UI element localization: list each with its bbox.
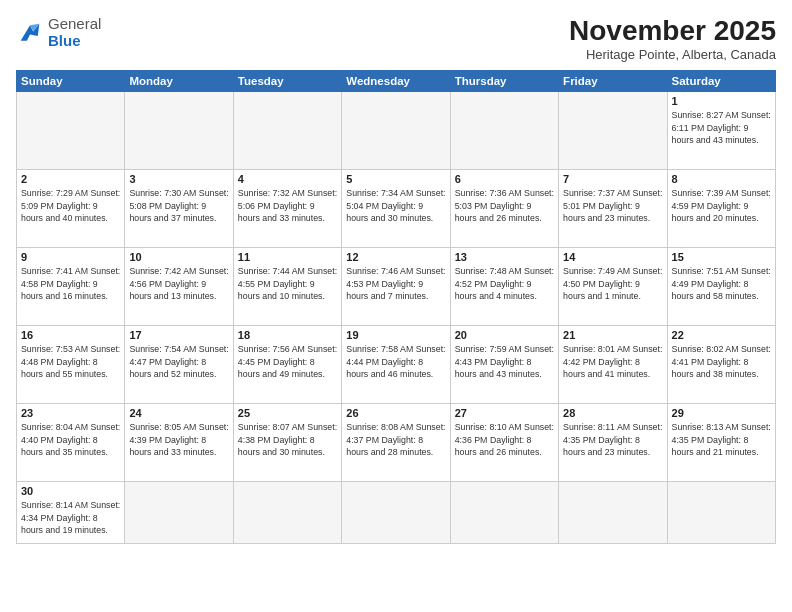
day-info: Sunrise: 7:41 AM Sunset: 4:58 PM Dayligh… <box>21 265 120 303</box>
day-info: Sunrise: 8:07 AM Sunset: 4:38 PM Dayligh… <box>238 421 337 459</box>
table-row: 24Sunrise: 8:05 AM Sunset: 4:39 PM Dayli… <box>125 403 233 481</box>
day-number: 28 <box>563 407 662 419</box>
day-info: Sunrise: 7:32 AM Sunset: 5:06 PM Dayligh… <box>238 187 337 225</box>
day-number: 9 <box>21 251 120 263</box>
table-row: 7Sunrise: 7:37 AM Sunset: 5:01 PM Daylig… <box>559 169 667 247</box>
day-number: 1 <box>672 95 771 107</box>
day-info: Sunrise: 7:58 AM Sunset: 4:44 PM Dayligh… <box>346 343 445 381</box>
day-number: 27 <box>455 407 554 419</box>
day-number: 13 <box>455 251 554 263</box>
col-sunday: Sunday <box>17 70 125 91</box>
table-row: 2Sunrise: 7:29 AM Sunset: 5:09 PM Daylig… <box>17 169 125 247</box>
table-row: 23Sunrise: 8:04 AM Sunset: 4:40 PM Dayli… <box>17 403 125 481</box>
day-info: Sunrise: 8:27 AM Sunset: 6:11 PM Dayligh… <box>672 109 771 147</box>
day-number: 19 <box>346 329 445 341</box>
day-info: Sunrise: 7:44 AM Sunset: 4:55 PM Dayligh… <box>238 265 337 303</box>
day-info: Sunrise: 7:39 AM Sunset: 4:59 PM Dayligh… <box>672 187 771 225</box>
day-info: Sunrise: 7:29 AM Sunset: 5:09 PM Dayligh… <box>21 187 120 225</box>
day-number: 16 <box>21 329 120 341</box>
table-row: 20Sunrise: 7:59 AM Sunset: 4:43 PM Dayli… <box>450 325 558 403</box>
col-tuesday: Tuesday <box>233 70 341 91</box>
logo-icon <box>16 19 44 47</box>
day-number: 21 <box>563 329 662 341</box>
day-number: 23 <box>21 407 120 419</box>
table-row <box>559 481 667 543</box>
table-row: 27Sunrise: 8:10 AM Sunset: 4:36 PM Dayli… <box>450 403 558 481</box>
title-block: November 2025 Heritage Pointe, Alberta, … <box>569 16 776 62</box>
logo: General Blue <box>16 16 101 49</box>
day-info: Sunrise: 7:37 AM Sunset: 5:01 PM Dayligh… <box>563 187 662 225</box>
day-info: Sunrise: 7:42 AM Sunset: 4:56 PM Dayligh… <box>129 265 228 303</box>
table-row: 13Sunrise: 7:48 AM Sunset: 4:52 PM Dayli… <box>450 247 558 325</box>
table-row: 21Sunrise: 8:01 AM Sunset: 4:42 PM Dayli… <box>559 325 667 403</box>
table-row <box>342 91 450 169</box>
day-info: Sunrise: 7:46 AM Sunset: 4:53 PM Dayligh… <box>346 265 445 303</box>
table-row: 11Sunrise: 7:44 AM Sunset: 4:55 PM Dayli… <box>233 247 341 325</box>
table-row <box>559 91 667 169</box>
col-friday: Friday <box>559 70 667 91</box>
day-number: 20 <box>455 329 554 341</box>
table-row: 29Sunrise: 8:13 AM Sunset: 4:35 PM Dayli… <box>667 403 775 481</box>
col-thursday: Thursday <box>450 70 558 91</box>
table-row: 8Sunrise: 7:39 AM Sunset: 4:59 PM Daylig… <box>667 169 775 247</box>
table-row <box>233 481 341 543</box>
table-row <box>233 91 341 169</box>
logo-text: General Blue <box>48 16 101 49</box>
day-info: Sunrise: 7:59 AM Sunset: 4:43 PM Dayligh… <box>455 343 554 381</box>
day-number: 6 <box>455 173 554 185</box>
table-row <box>125 481 233 543</box>
table-row: 26Sunrise: 8:08 AM Sunset: 4:37 PM Dayli… <box>342 403 450 481</box>
col-saturday: Saturday <box>667 70 775 91</box>
table-row: 10Sunrise: 7:42 AM Sunset: 4:56 PM Dayli… <box>125 247 233 325</box>
table-row <box>450 91 558 169</box>
day-number: 10 <box>129 251 228 263</box>
day-number: 7 <box>563 173 662 185</box>
table-row: 4Sunrise: 7:32 AM Sunset: 5:06 PM Daylig… <box>233 169 341 247</box>
day-number: 29 <box>672 407 771 419</box>
table-row: 16Sunrise: 7:53 AM Sunset: 4:48 PM Dayli… <box>17 325 125 403</box>
table-row: 18Sunrise: 7:56 AM Sunset: 4:45 PM Dayli… <box>233 325 341 403</box>
day-info: Sunrise: 7:49 AM Sunset: 4:50 PM Dayligh… <box>563 265 662 303</box>
day-number: 15 <box>672 251 771 263</box>
table-row: 6Sunrise: 7:36 AM Sunset: 5:03 PM Daylig… <box>450 169 558 247</box>
day-info: Sunrise: 8:05 AM Sunset: 4:39 PM Dayligh… <box>129 421 228 459</box>
day-number: 2 <box>21 173 120 185</box>
day-info: Sunrise: 7:30 AM Sunset: 5:08 PM Dayligh… <box>129 187 228 225</box>
month-year-title: November 2025 <box>569 16 776 47</box>
day-info: Sunrise: 8:13 AM Sunset: 4:35 PM Dayligh… <box>672 421 771 459</box>
day-number: 30 <box>21 485 120 497</box>
table-row <box>17 91 125 169</box>
page-header: General Blue November 2025 Heritage Poin… <box>16 16 776 62</box>
day-number: 5 <box>346 173 445 185</box>
day-info: Sunrise: 8:14 AM Sunset: 4:34 PM Dayligh… <box>21 499 120 537</box>
location-subtitle: Heritage Pointe, Alberta, Canada <box>569 47 776 62</box>
day-info: Sunrise: 8:11 AM Sunset: 4:35 PM Dayligh… <box>563 421 662 459</box>
table-row: 5Sunrise: 7:34 AM Sunset: 5:04 PM Daylig… <box>342 169 450 247</box>
table-row: 12Sunrise: 7:46 AM Sunset: 4:53 PM Dayli… <box>342 247 450 325</box>
table-row <box>125 91 233 169</box>
table-row: 9Sunrise: 7:41 AM Sunset: 4:58 PM Daylig… <box>17 247 125 325</box>
day-number: 25 <box>238 407 337 419</box>
day-number: 4 <box>238 173 337 185</box>
table-row: 28Sunrise: 8:11 AM Sunset: 4:35 PM Dayli… <box>559 403 667 481</box>
day-info: Sunrise: 7:34 AM Sunset: 5:04 PM Dayligh… <box>346 187 445 225</box>
day-number: 11 <box>238 251 337 263</box>
calendar-header-row: Sunday Monday Tuesday Wednesday Thursday… <box>17 70 776 91</box>
day-info: Sunrise: 7:36 AM Sunset: 5:03 PM Dayligh… <box>455 187 554 225</box>
day-info: Sunrise: 8:02 AM Sunset: 4:41 PM Dayligh… <box>672 343 771 381</box>
day-info: Sunrise: 7:48 AM Sunset: 4:52 PM Dayligh… <box>455 265 554 303</box>
calendar-table: Sunday Monday Tuesday Wednesday Thursday… <box>16 70 776 544</box>
day-info: Sunrise: 8:10 AM Sunset: 4:36 PM Dayligh… <box>455 421 554 459</box>
day-info: Sunrise: 7:53 AM Sunset: 4:48 PM Dayligh… <box>21 343 120 381</box>
col-monday: Monday <box>125 70 233 91</box>
day-number: 22 <box>672 329 771 341</box>
table-row: 1Sunrise: 8:27 AM Sunset: 6:11 PM Daylig… <box>667 91 775 169</box>
table-row: 14Sunrise: 7:49 AM Sunset: 4:50 PM Dayli… <box>559 247 667 325</box>
day-number: 8 <box>672 173 771 185</box>
day-info: Sunrise: 7:56 AM Sunset: 4:45 PM Dayligh… <box>238 343 337 381</box>
table-row: 25Sunrise: 8:07 AM Sunset: 4:38 PM Dayli… <box>233 403 341 481</box>
day-info: Sunrise: 8:04 AM Sunset: 4:40 PM Dayligh… <box>21 421 120 459</box>
table-row: 3Sunrise: 7:30 AM Sunset: 5:08 PM Daylig… <box>125 169 233 247</box>
day-number: 14 <box>563 251 662 263</box>
day-number: 3 <box>129 173 228 185</box>
